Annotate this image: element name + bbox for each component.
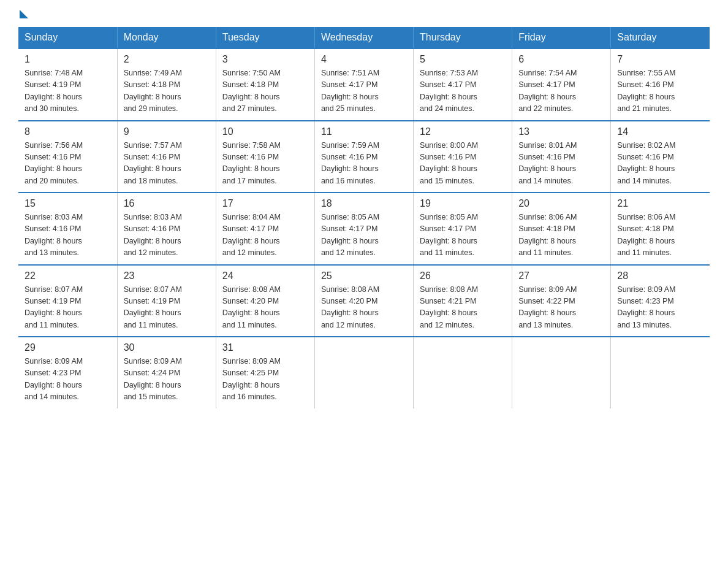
- day-number: 8: [25, 126, 111, 137]
- day-number: 15: [25, 198, 111, 209]
- calendar-week-row: 22 Sunrise: 8:07 AMSunset: 4:19 PMDaylig…: [18, 265, 710, 337]
- calendar-day-cell: 20 Sunrise: 8:06 AMSunset: 4:18 PMDaylig…: [512, 193, 611, 265]
- day-number: 10: [222, 126, 308, 137]
- calendar-header: SundayMondayTuesdayWednesdayThursdayFrid…: [18, 27, 710, 48]
- calendar-day-cell: 16 Sunrise: 8:03 AMSunset: 4:16 PMDaylig…: [117, 193, 216, 265]
- day-info: Sunrise: 8:09 AMSunset: 4:25 PMDaylight:…: [222, 356, 308, 404]
- day-of-week-header: Monday: [117, 27, 216, 48]
- calendar-day-cell: 12 Sunrise: 8:00 AMSunset: 4:16 PMDaylig…: [414, 121, 512, 193]
- day-number: 26: [420, 270, 506, 282]
- calendar-day-cell: 18 Sunrise: 8:05 AMSunset: 4:17 PMDaylig…: [314, 193, 413, 265]
- day-info: Sunrise: 7:51 AMSunset: 4:17 PMDaylight:…: [321, 67, 407, 115]
- calendar-day-cell: 4 Sunrise: 7:51 AMSunset: 4:17 PMDayligh…: [314, 48, 413, 121]
- calendar-day-cell: 28 Sunrise: 8:09 AMSunset: 4:23 PMDaylig…: [611, 265, 710, 337]
- day-number: 13: [518, 126, 604, 137]
- day-number: 5: [420, 54, 506, 65]
- day-number: 6: [518, 54, 604, 65]
- day-info: Sunrise: 8:08 AMSunset: 4:21 PMDaylight:…: [420, 284, 506, 332]
- day-info: Sunrise: 8:07 AMSunset: 4:19 PMDaylight:…: [124, 284, 210, 332]
- day-number: 7: [617, 54, 703, 65]
- calendar-day-cell: 14 Sunrise: 8:02 AMSunset: 4:16 PMDaylig…: [611, 121, 710, 193]
- calendar-day-cell: 10 Sunrise: 7:58 AMSunset: 4:16 PMDaylig…: [216, 121, 314, 193]
- day-of-week-header: Wednesday: [314, 27, 413, 48]
- logo: [18, 12, 28, 15]
- page-header: [18, 12, 710, 15]
- day-of-week-header: Tuesday: [216, 27, 314, 48]
- calendar-table: SundayMondayTuesdayWednesdayThursdayFrid…: [18, 27, 710, 408]
- day-number: 16: [124, 198, 210, 209]
- day-number: 29: [25, 342, 111, 353]
- calendar-day-cell: 26 Sunrise: 8:08 AMSunset: 4:21 PMDaylig…: [414, 265, 512, 337]
- calendar-day-cell: 24 Sunrise: 8:08 AMSunset: 4:20 PMDaylig…: [216, 265, 314, 337]
- calendar-day-cell: 2 Sunrise: 7:49 AMSunset: 4:18 PMDayligh…: [117, 48, 216, 121]
- day-info: Sunrise: 7:56 AMSunset: 4:16 PMDaylight:…: [25, 140, 111, 188]
- day-info: Sunrise: 7:55 AMSunset: 4:16 PMDaylight:…: [617, 67, 703, 115]
- day-info: Sunrise: 8:06 AMSunset: 4:18 PMDaylight:…: [617, 212, 703, 259]
- day-of-week-header: Sunday: [18, 27, 117, 48]
- calendar-day-cell: 5 Sunrise: 7:53 AMSunset: 4:17 PMDayligh…: [414, 48, 512, 121]
- calendar-day-cell: 21 Sunrise: 8:06 AMSunset: 4:18 PMDaylig…: [611, 193, 710, 265]
- day-number: 4: [321, 54, 407, 65]
- day-info: Sunrise: 7:58 AMSunset: 4:16 PMDaylight:…: [222, 140, 308, 188]
- logo-arrow-icon: [20, 10, 28, 18]
- day-number: 9: [124, 126, 210, 137]
- calendar-day-cell: 15 Sunrise: 8:03 AMSunset: 4:16 PMDaylig…: [18, 193, 117, 265]
- day-info: Sunrise: 8:09 AMSunset: 4:23 PMDaylight:…: [617, 284, 703, 332]
- day-number: 21: [617, 198, 703, 209]
- calendar-day-cell: 9 Sunrise: 7:57 AMSunset: 4:16 PMDayligh…: [117, 121, 216, 193]
- calendar-day-cell: 3 Sunrise: 7:50 AMSunset: 4:18 PMDayligh…: [216, 48, 314, 121]
- day-number: 18: [321, 198, 407, 209]
- calendar-day-cell: 8 Sunrise: 7:56 AMSunset: 4:16 PMDayligh…: [18, 121, 117, 193]
- calendar-day-cell: 31 Sunrise: 8:09 AMSunset: 4:25 PMDaylig…: [216, 337, 314, 408]
- calendar-day-cell: 7 Sunrise: 7:55 AMSunset: 4:16 PMDayligh…: [611, 48, 710, 121]
- calendar-day-cell: 29 Sunrise: 8:09 AMSunset: 4:23 PMDaylig…: [18, 337, 117, 408]
- day-info: Sunrise: 7:50 AMSunset: 4:18 PMDaylight:…: [222, 67, 308, 115]
- day-info: Sunrise: 8:05 AMSunset: 4:17 PMDaylight:…: [420, 212, 506, 259]
- calendar-week-row: 29 Sunrise: 8:09 AMSunset: 4:23 PMDaylig…: [18, 337, 710, 408]
- calendar-week-row: 8 Sunrise: 7:56 AMSunset: 4:16 PMDayligh…: [18, 121, 710, 193]
- day-number: 14: [617, 126, 703, 137]
- calendar-day-cell: [611, 337, 710, 408]
- day-number: 30: [124, 342, 210, 353]
- day-info: Sunrise: 8:03 AMSunset: 4:16 PMDaylight:…: [25, 212, 111, 259]
- calendar-day-cell: 17 Sunrise: 8:04 AMSunset: 4:17 PMDaylig…: [216, 193, 314, 265]
- calendar-day-cell: 25 Sunrise: 8:08 AMSunset: 4:20 PMDaylig…: [314, 265, 413, 337]
- calendar-day-cell: 19 Sunrise: 8:05 AMSunset: 4:17 PMDaylig…: [414, 193, 512, 265]
- day-info: Sunrise: 7:48 AMSunset: 4:19 PMDaylight:…: [25, 67, 111, 115]
- day-info: Sunrise: 8:04 AMSunset: 4:17 PMDaylight:…: [222, 212, 308, 259]
- day-info: Sunrise: 8:08 AMSunset: 4:20 PMDaylight:…: [321, 284, 407, 332]
- day-number: 11: [321, 126, 407, 137]
- day-number: 1: [25, 54, 111, 65]
- calendar-day-cell: 6 Sunrise: 7:54 AMSunset: 4:17 PMDayligh…: [512, 48, 611, 121]
- day-info: Sunrise: 8:00 AMSunset: 4:16 PMDaylight:…: [420, 140, 506, 188]
- day-of-week-header: Thursday: [414, 27, 512, 48]
- day-number: 3: [222, 54, 308, 65]
- day-info: Sunrise: 8:09 AMSunset: 4:23 PMDaylight:…: [25, 356, 111, 404]
- day-number: 25: [321, 270, 407, 282]
- calendar-week-row: 1 Sunrise: 7:48 AMSunset: 4:19 PMDayligh…: [18, 48, 710, 121]
- day-number: 23: [124, 270, 210, 282]
- day-number: 27: [518, 270, 604, 282]
- calendar-day-cell: 13 Sunrise: 8:01 AMSunset: 4:16 PMDaylig…: [512, 121, 611, 193]
- calendar-day-cell: 23 Sunrise: 8:07 AMSunset: 4:19 PMDaylig…: [117, 265, 216, 337]
- day-number: 22: [25, 270, 111, 282]
- day-info: Sunrise: 8:03 AMSunset: 4:16 PMDaylight:…: [124, 212, 210, 259]
- day-number: 12: [420, 126, 506, 137]
- day-info: Sunrise: 7:54 AMSunset: 4:17 PMDaylight:…: [518, 67, 604, 115]
- day-info: Sunrise: 7:53 AMSunset: 4:17 PMDaylight:…: [420, 67, 506, 115]
- day-info: Sunrise: 8:02 AMSunset: 4:16 PMDaylight:…: [617, 140, 703, 188]
- calendar-day-cell: 27 Sunrise: 8:09 AMSunset: 4:22 PMDaylig…: [512, 265, 611, 337]
- calendar-day-cell: 11 Sunrise: 7:59 AMSunset: 4:16 PMDaylig…: [314, 121, 413, 193]
- day-number: 24: [222, 270, 308, 282]
- day-of-week-header: Saturday: [611, 27, 710, 48]
- days-of-week-row: SundayMondayTuesdayWednesdayThursdayFrid…: [18, 27, 710, 48]
- calendar-day-cell: [414, 337, 512, 408]
- day-info: Sunrise: 8:06 AMSunset: 4:18 PMDaylight:…: [518, 212, 604, 259]
- day-number: 28: [617, 270, 703, 282]
- day-info: Sunrise: 8:09 AMSunset: 4:24 PMDaylight:…: [124, 356, 210, 404]
- day-number: 17: [222, 198, 308, 209]
- calendar-day-cell: [512, 337, 611, 408]
- day-of-week-header: Friday: [512, 27, 611, 48]
- day-number: 31: [222, 342, 308, 353]
- calendar-week-row: 15 Sunrise: 8:03 AMSunset: 4:16 PMDaylig…: [18, 193, 710, 265]
